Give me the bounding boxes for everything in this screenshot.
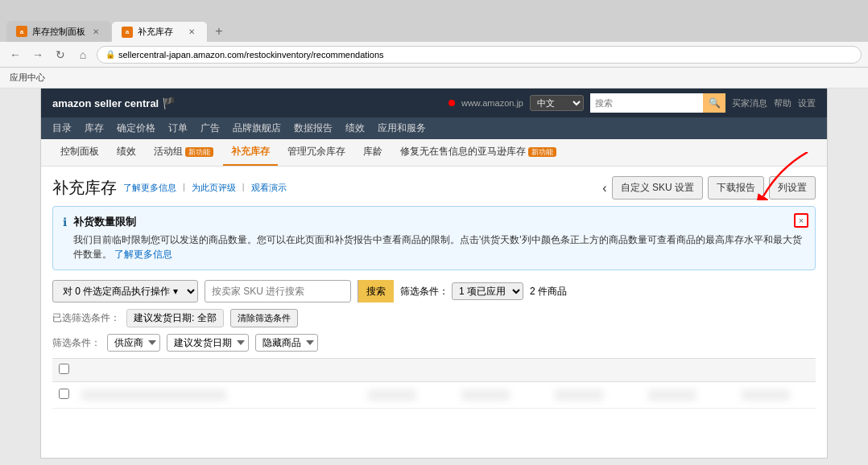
page-title-area: 补充库存 了解更多信息 | 为此页评级 | 观看演示 (52, 177, 287, 199)
sku-search-button[interactable]: 搜索 (358, 280, 394, 302)
settings-link[interactable]: 设置 (798, 97, 816, 109)
ship-date-filter[interactable]: 建议发货日期 (167, 334, 249, 352)
filter-applied-tag: 筛选条件： 1 项已应用 (400, 282, 523, 300)
item-count: 2 件商品 (530, 285, 567, 298)
tab-2-label: 补充库存 (138, 26, 173, 38)
tab-1-label: 库存控制面板 (32, 26, 85, 38)
refresh-button[interactable]: ↻ (52, 46, 69, 64)
active-filter-label: 已选筛选条件： (52, 311, 120, 325)
customize-sku-button[interactable]: 自定义 SKU 设置 (612, 176, 703, 200)
nav-inventory[interactable]: 库存 (85, 121, 104, 135)
info-close-button[interactable]: × (794, 213, 808, 228)
bookmark-apps[interactable]: 应用中心 (6, 70, 48, 85)
row-select-checkbox[interactable] (59, 389, 69, 399)
url-bar[interactable]: 🔒 sellercentral-japan.amazon.com/restock… (97, 46, 862, 64)
back-button[interactable]: ← (6, 46, 24, 64)
sku-search (205, 280, 351, 302)
header-search: 🔍 (590, 93, 725, 113)
col3-blurred (555, 389, 603, 401)
product-info-blurred (81, 389, 226, 401)
subnav-dashboard[interactable]: 控制面板 (52, 139, 107, 166)
tab-1-close[interactable]: ✕ (90, 26, 101, 37)
col1-blurred (368, 389, 416, 401)
subnav-manage-excess[interactable]: 管理冗余库存 (279, 139, 353, 166)
info-learn-more-link[interactable]: 了解更多信息 (114, 249, 172, 260)
nav-catalog[interactable]: 目录 (52, 121, 72, 135)
browser-tab-2[interactable]: a 补充库存 ✕ (111, 21, 208, 42)
address-bar: ← → ↻ ⌂ 🔒 sellercentral-japan.amazon.com… (0, 42, 868, 68)
watch-demo-link[interactable]: 观看演示 (251, 182, 287, 194)
filter-applied-select[interactable]: 1 项已应用 (452, 282, 523, 300)
red-arrow-indicator (755, 152, 820, 200)
nav-orders[interactable]: 订单 (168, 121, 188, 135)
nav-advertising[interactable]: 广告 (200, 121, 220, 135)
language-select[interactable]: 中文 English (530, 95, 584, 111)
filter-label: 筛选条件： (400, 285, 448, 298)
nav-pricing[interactable]: 确定价格 (117, 121, 155, 135)
lock-icon: 🔒 (105, 50, 115, 59)
subnav-inventory-age[interactable]: 库龄 (355, 139, 391, 166)
amazon-header: amazon seller central 🏴 www.amazon.jp 中文… (41, 88, 827, 117)
logo-text: amazon seller central (52, 97, 159, 109)
help-link[interactable]: 帮助 (774, 97, 792, 109)
header-right: www.amazon.jp 中文 English 🔍 买家消息 帮助 设置 (448, 93, 816, 113)
select-all-checkbox[interactable] (59, 364, 69, 374)
back-nav-button[interactable]: ‹ (602, 182, 606, 195)
info-text: 我们目前临时限制您可以发送的商品数量。您可以在此页面和补货报告中查看商品的限制。… (73, 232, 805, 261)
row-checkbox[interactable] (59, 389, 75, 401)
header-search-button[interactable]: 🔍 (703, 93, 725, 113)
col4-blurred (648, 389, 696, 401)
nav-brand-store[interactable]: 品牌旗舰店 (233, 121, 281, 135)
row-col-4 (629, 389, 716, 401)
main-navigation: 目录 库存 确定价格 订单 广告 品牌旗舰店 数据报告 绩效 应用和服务 (41, 117, 827, 139)
supplier-filter[interactable]: 供应商 (107, 334, 160, 352)
new-tab-button[interactable]: + (208, 21, 230, 42)
bookmarks-bar: 应用中心 (0, 68, 868, 88)
active-filters-row: 已选筛选条件： 建议发货日期: 全部 清除筛选条件 (52, 309, 816, 327)
subnav-performance[interactable]: 绩效 (109, 139, 144, 166)
nav-performance[interactable]: 绩效 (345, 121, 365, 135)
tab-bar: a 库存控制面板 ✕ a 补充库存 ✕ + (0, 18, 868, 42)
browser-tab-1[interactable]: a 库存控制面板 ✕ (6, 21, 111, 42)
sku-search-input[interactable] (205, 286, 350, 297)
filter-chip-date: 建议发货日期: 全部 (126, 309, 224, 327)
tab-2-icon: a (122, 27, 133, 38)
site-label: www.amazon.jp (461, 98, 523, 108)
tab-2-close[interactable]: ✕ (186, 27, 197, 38)
rate-page-link[interactable]: 为此页评级 (192, 182, 236, 194)
row-col-2 (442, 389, 529, 401)
learn-more-link[interactable]: 了解更多信息 (123, 182, 176, 194)
home-button[interactable]: ⌂ (74, 46, 92, 64)
bulk-action-select[interactable]: 对 0 件选定商品执行操作 ▾ (52, 280, 198, 302)
nav-apps[interactable]: 应用和服务 (378, 121, 426, 135)
col2-blurred (461, 389, 510, 401)
subnav-restock[interactable]: 补充库存 (223, 139, 278, 166)
header-search-input[interactable] (590, 93, 703, 113)
table-header-row (52, 358, 816, 382)
row-col-5 (722, 389, 809, 401)
hidden-items-filter[interactable]: 隐藏商品 (255, 334, 318, 352)
col5-blurred (742, 389, 790, 401)
row-col-1 (349, 389, 436, 401)
info-title: 补货数量限制 (73, 215, 805, 229)
row-col-3 (535, 389, 622, 401)
filter-cond-label: 筛选条件： (52, 336, 101, 350)
info-banner: ℹ 补货数量限制 我们目前临时限制您可以发送的商品数量。您可以在此页面和补货报告… (52, 206, 816, 270)
page-header-row: 补充库存 了解更多信息 | 为此页评级 | 观看演示 ‹ 自定义 SKU 设置 … (52, 176, 816, 200)
page-title: 补充库存 (52, 177, 117, 199)
nav-reports[interactable]: 数据报告 (294, 121, 333, 135)
clear-filters-button[interactable]: 清除筛选条件 (230, 309, 298, 327)
browser-window: a 库存控制面板 ✕ a 补充库存 ✕ + ← → ↻ ⌂ 🔒 sellerce… (0, 0, 868, 465)
table-row (52, 382, 816, 409)
browser-top-bar (0, 0, 868, 18)
url-text: sellercentral-japan.amazon.com/restockin… (118, 50, 384, 60)
subnav-fix-listings[interactable]: 修复无在售信息的亚马逊库存 (392, 139, 564, 166)
subnav-activity-group[interactable]: 活动组 (146, 139, 221, 166)
forward-button[interactable]: → (29, 46, 47, 64)
page-body: 补充库存 了解更多信息 | 为此页评级 | 观看演示 ‹ 自定义 SKU 设置 … (41, 167, 827, 418)
bookmark-apps-label: 应用中心 (10, 72, 45, 84)
buyer-messages-link[interactable]: 买家消息 (732, 97, 767, 109)
header-checkbox[interactable] (59, 364, 75, 377)
page-links: 了解更多信息 | 为此页评级 | 观看演示 (123, 182, 287, 194)
page-content-area: amazon seller central 🏴 www.amazon.jp 中文… (40, 88, 828, 459)
